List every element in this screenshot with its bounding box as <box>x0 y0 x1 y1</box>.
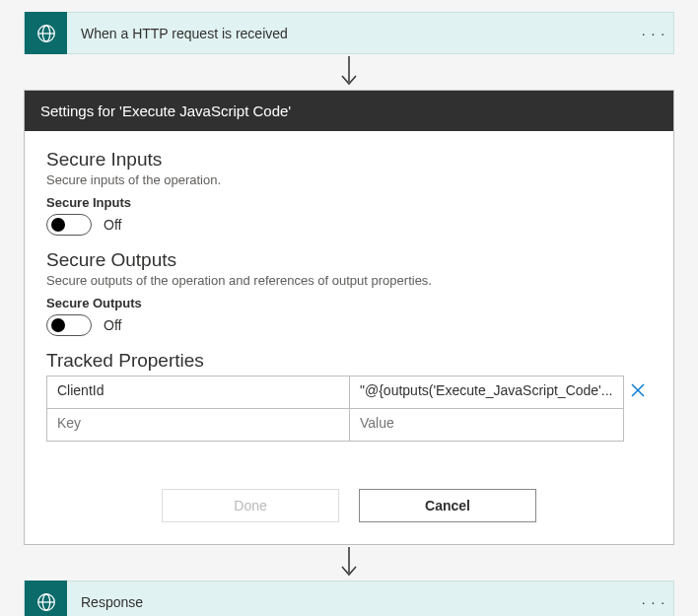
tracked-value-input[interactable]: Value <box>349 408 624 442</box>
secure-outputs-description: Secure outputs of the operation and refe… <box>46 273 652 288</box>
response-title: Response <box>67 594 634 610</box>
secure-inputs-label: Secure Inputs <box>46 195 652 210</box>
tracked-key-input[interactable]: Key <box>46 408 349 442</box>
secure-inputs-title: Secure Inputs <box>46 149 652 171</box>
secure-inputs-state: Off <box>104 217 121 233</box>
arrow-down-icon <box>24 545 674 581</box>
secure-outputs-title: Secure Outputs <box>46 249 652 271</box>
toggle-knob <box>51 218 65 232</box>
trigger-node[interactable]: When a HTTP request is received · · · <box>24 12 674 54</box>
globe-icon <box>25 581 67 616</box>
secure-inputs-toggle[interactable] <box>46 214 92 236</box>
remove-row-button[interactable] <box>624 383 652 401</box>
tracked-properties-title: Tracked Properties <box>46 350 652 372</box>
secure-outputs-state: Off <box>104 317 121 333</box>
close-icon <box>631 383 645 397</box>
response-menu-button[interactable]: · · · <box>634 594 673 610</box>
cancel-button[interactable]: Cancel <box>359 489 536 522</box>
arrow-down-icon <box>24 54 674 90</box>
trigger-title: When a HTTP request is received <box>67 26 634 41</box>
globe-icon <box>25 12 67 54</box>
tracked-properties-table: ClientId "@{outputs('Execute_JavaScript_… <box>46 376 652 442</box>
settings-card: Settings for 'Execute JavaScript Code' S… <box>24 90 674 545</box>
trigger-menu-button[interactable]: · · · <box>634 26 673 41</box>
response-node[interactable]: Response · · · <box>24 581 674 616</box>
tracked-key-input[interactable]: ClientId <box>46 376 349 409</box>
secure-outputs-label: Secure Outputs <box>46 296 652 310</box>
secure-outputs-toggle[interactable] <box>46 314 92 336</box>
table-row: Key Value <box>46 408 652 442</box>
secure-inputs-description: Secure inputs of the operation. <box>46 172 652 187</box>
done-button: Done <box>162 489 339 522</box>
tracked-value-input[interactable]: "@{outputs('Execute_JavaScript_Code'... <box>349 376 624 409</box>
settings-header: Settings for 'Execute JavaScript Code' <box>25 91 673 131</box>
table-row: ClientId "@{outputs('Execute_JavaScript_… <box>46 376 652 409</box>
toggle-knob <box>51 318 65 332</box>
